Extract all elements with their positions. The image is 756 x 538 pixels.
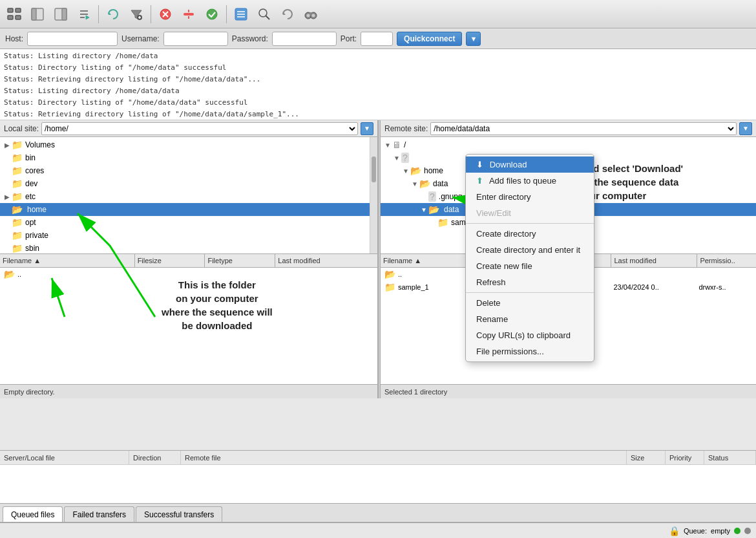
left-cell-filename-dotdot: 📂 .. — [1, 269, 135, 279]
search-button[interactable] — [254, 4, 275, 25]
folder-home-icon: 📂 — [12, 204, 23, 215]
root-icon: 🖥 — [392, 140, 401, 150]
right-col-modified[interactable]: Last modified — [611, 254, 697, 267]
expand-root[interactable]: ▼ — [383, 142, 392, 149]
ctx-create-new-file[interactable]: Create new file — [466, 258, 594, 274]
ctx-file-permissions[interactable]: File permissions... — [466, 343, 594, 360]
confirm-button[interactable] — [202, 4, 222, 25]
ctx-enter-directory[interactable]: Enter directory — [466, 189, 594, 205]
expand-data-outer[interactable]: ▼ — [410, 180, 419, 188]
tab-queued-files[interactable]: Queued files — [3, 506, 63, 522]
folder-sample1-icon: 📁 — [437, 217, 448, 228]
dotdot-icon: 📂 — [4, 269, 15, 279]
toggle-right-panel-button[interactable] — [50, 4, 71, 25]
ctx-create-dir-enter-label: Create directory and enter it — [476, 245, 580, 255]
tree-label-private: private — [25, 231, 48, 240]
host-input[interactable] — [27, 32, 118, 46]
right-status-text: Selected 1 directory — [384, 388, 447, 396]
password-input[interactable] — [272, 32, 337, 46]
expand-question[interactable]: ▼ — [392, 155, 401, 162]
ctx-refresh[interactable]: Refresh — [466, 274, 594, 290]
filter-button[interactable] — [126, 4, 147, 25]
site-manager-button[interactable] — [4, 4, 25, 25]
tree-item-home[interactable]: 📂 home — [0, 203, 370, 216]
left-file-rows[interactable]: 📂 .. — [0, 268, 377, 384]
expand-etc[interactable]: ▶ — [3, 193, 12, 200]
remote-site-dropdown-button[interactable]: ▼ — [739, 122, 752, 135]
tree-item-dev[interactable]: 📁 dev — [0, 177, 370, 190]
left-col-filesize[interactable]: Filesize — [135, 254, 205, 267]
tcol-priority: Priority — [666, 451, 704, 464]
context-menu: ⬇ Download ⬆ Add files to queue Enter di… — [465, 154, 594, 362]
ctx-copy-url[interactable]: Copy URL(s) to clipboard — [466, 327, 594, 343]
remote-site-select[interactable]: /home/data/data — [430, 122, 737, 135]
right-col-perm[interactable]: Permissio.. — [697, 254, 756, 267]
toolbar — [0, 0, 756, 28]
tree-label-data-outer: data — [433, 179, 448, 188]
tree-item-bin[interactable]: 📁 bin — [0, 151, 370, 164]
ctx-delete[interactable]: Delete — [466, 295, 594, 311]
ctx-add-to-queue[interactable]: ⬆ Add files to queue — [466, 173, 594, 189]
username-input[interactable] — [163, 32, 228, 46]
transfer-queue-button[interactable] — [74, 4, 94, 25]
local-site-dropdown-button[interactable]: ▼ — [361, 122, 373, 135]
queue-value: empty — [711, 527, 730, 535]
tab-successful-transfers[interactable]: Successful transfers — [136, 506, 222, 522]
cancel-button[interactable] — [155, 4, 176, 25]
left-site-bar: Local site: /home/ ▼ — [0, 120, 377, 137]
left-col-filetype[interactable]: Filetype — [205, 254, 275, 267]
tree-item-opt[interactable]: 📁 opt — [0, 216, 370, 229]
folder-etc-icon: 📁 — [12, 191, 23, 202]
left-col-modified[interactable]: Last modified — [275, 254, 377, 267]
tree-item-volumes[interactable]: ▶ 📁 Volumes — [0, 138, 370, 151]
expand-volumes[interactable]: ▶ — [3, 142, 12, 149]
left-status-text: Empty directory. — [4, 388, 55, 396]
queue-list-button[interactable] — [231, 4, 251, 25]
tree-item-private[interactable]: 📁 private — [0, 229, 370, 242]
folder-sbin-icon: 📁 — [12, 243, 23, 253]
tree-item-sbin[interactable]: 📁 sbin — [0, 242, 370, 253]
tree-item-root[interactable]: ▼ 🖥 / — [381, 138, 756, 151]
tree-label-bin: bin — [25, 153, 36, 162]
separator-2 — [151, 5, 151, 23]
expand-data-inner[interactable]: ▼ — [419, 206, 428, 213]
right-cell-perm-sample1: drwxr-s.. — [696, 283, 755, 291]
disconnect-button[interactable] — [178, 4, 199, 25]
ctx-delete-label: Delete — [476, 298, 501, 308]
svg-line-21 — [266, 16, 269, 19]
tree-label-root: / — [404, 140, 406, 149]
left-file-row-dotdot[interactable]: 📂 .. — [0, 268, 377, 281]
left-tree-scrollbar[interactable] — [370, 137, 377, 253]
reconnect-button[interactable] — [103, 4, 123, 25]
binoculars-button[interactable] — [300, 4, 321, 25]
folder-data-outer-icon: 📂 — [419, 178, 430, 189]
tree-item-cores[interactable]: 📁 cores — [0, 164, 370, 177]
port-input[interactable] — [361, 32, 393, 46]
ctx-rename-label: Rename — [476, 314, 508, 324]
ctx-add-queue-icon: ⬆ — [476, 176, 483, 186]
ctx-rename[interactable]: Rename — [466, 311, 594, 327]
folder-home-remote-icon: 📂 — [410, 166, 421, 176]
quickconnect-dropdown-button[interactable]: ▼ — [466, 32, 481, 46]
ctx-create-directory-enter[interactable]: Create directory and enter it — [466, 242, 594, 258]
folder-cores-icon: 📁 — [12, 166, 23, 176]
tree-item-etc[interactable]: ▶ 📁 etc — [0, 190, 370, 203]
svg-rect-3 — [16, 16, 21, 19]
ctx-view-edit-label: View/Edit — [476, 208, 511, 218]
separator-1 — [98, 5, 99, 23]
tab-failed-transfers[interactable]: Failed transfers — [64, 506, 134, 522]
toggle-left-panel-button[interactable] — [27, 4, 48, 25]
ctx-create-directory[interactable]: Create directory — [466, 226, 594, 242]
transfer-area: Server/Local file Direction Remote file … — [0, 450, 756, 522]
folder-volumes-icon: 📁 — [12, 140, 23, 150]
refresh-button[interactable] — [277, 4, 298, 25]
ctx-download-icon: ⬇ — [476, 160, 483, 169]
left-col-filename[interactable]: Filename ▲ — [0, 254, 135, 267]
quickconnect-button[interactable]: Quickconnect — [397, 32, 462, 46]
local-site-select[interactable]: /home/ — [41, 122, 358, 135]
left-tree[interactable]: ▶ 📁 Volumes 📁 bin 📁 cores — [0, 137, 370, 253]
ctx-download[interactable]: ⬇ Download — [466, 156, 594, 173]
expand-home-remote[interactable]: ▼ — [401, 167, 410, 175]
local-site-label: Local site: — [4, 124, 39, 133]
folder-opt-icon: 📁 — [12, 217, 23, 228]
